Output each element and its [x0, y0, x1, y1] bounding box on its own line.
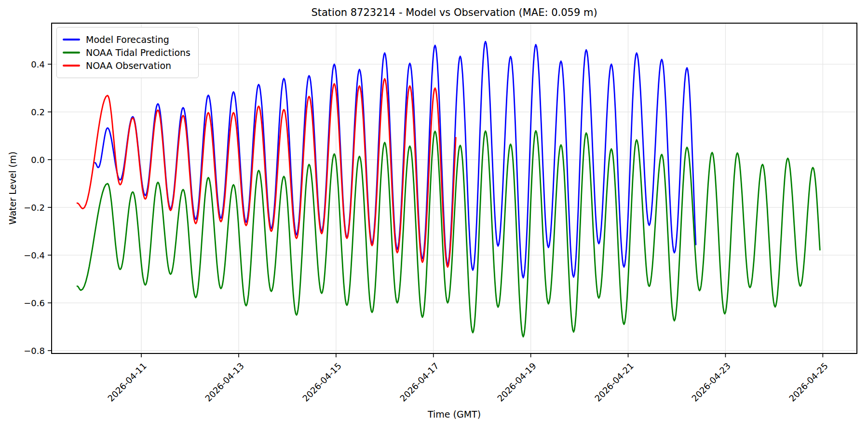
legend: Model Forecasting NOAA Tidal Predictions… — [56, 27, 199, 78]
legend-line-swatch-blue — [63, 39, 80, 41]
legend-label: NOAA Tidal Predictions — [86, 47, 190, 58]
y-tick-label: 0.2 — [6, 107, 45, 117]
legend-label: Model Forecasting — [86, 34, 169, 45]
legend-line-swatch-green — [63, 52, 80, 54]
legend-label: NOAA Observation — [86, 60, 171, 71]
y-tick-label: −0.6 — [6, 298, 45, 308]
y-tick-label: −0.2 — [6, 203, 45, 213]
legend-item-noaa-observation: NOAA Observation — [63, 60, 190, 71]
y-tick-label: −0.8 — [6, 346, 45, 356]
chart-title: Station 8723214 - Model vs Observation (… — [52, 7, 857, 18]
y-tick-label: −0.4 — [6, 250, 45, 260]
y-tick-label: 0.0 — [6, 155, 45, 165]
legend-item-model-forecasting: Model Forecasting — [63, 34, 190, 45]
y-tick-label: 0.4 — [6, 59, 45, 69]
x-axis-label: Time (GMT) — [52, 409, 857, 420]
chart-figure: Station 8723214 - Model vs Observation (… — [0, 0, 868, 434]
legend-line-swatch-red — [63, 65, 80, 67]
legend-item-noaa-tidal-predictions: NOAA Tidal Predictions — [63, 47, 190, 58]
